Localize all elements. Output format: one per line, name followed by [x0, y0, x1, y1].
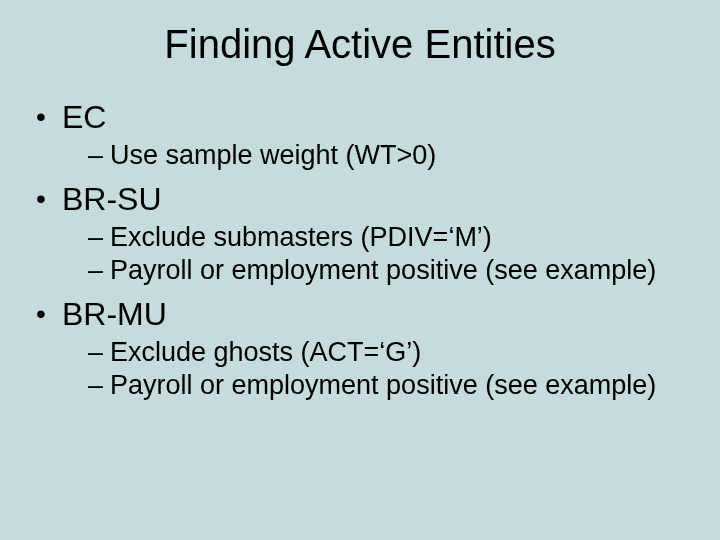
sub-list: Exclude submasters (PDIV=‘M’) Payroll or… [62, 222, 686, 286]
sub-list: Exclude ghosts (ACT=‘G’) Payroll or empl… [62, 337, 686, 401]
bullet-item: EC Use sample weight (WT>0) [34, 99, 686, 171]
bullet-list: EC Use sample weight (WT>0) BR-SU Exclud… [34, 99, 686, 401]
bullet-label: BR-MU [62, 296, 167, 332]
bullet-item: BR-MU Exclude ghosts (ACT=‘G’) Payroll o… [34, 296, 686, 401]
bullet-label: BR-SU [62, 181, 162, 217]
bullet-label: EC [62, 99, 106, 135]
sub-item: Payroll or employment positive (see exam… [88, 370, 686, 401]
sub-item: Exclude ghosts (ACT=‘G’) [88, 337, 686, 368]
slide-title: Finding Active Entities [34, 22, 686, 67]
bullet-item: BR-SU Exclude submasters (PDIV=‘M’) Payr… [34, 181, 686, 286]
sub-item: Use sample weight (WT>0) [88, 140, 686, 171]
sub-list: Use sample weight (WT>0) [62, 140, 686, 171]
sub-item: Exclude submasters (PDIV=‘M’) [88, 222, 686, 253]
slide: Finding Active Entities EC Use sample we… [0, 0, 720, 540]
sub-item: Payroll or employment positive (see exam… [88, 255, 686, 286]
